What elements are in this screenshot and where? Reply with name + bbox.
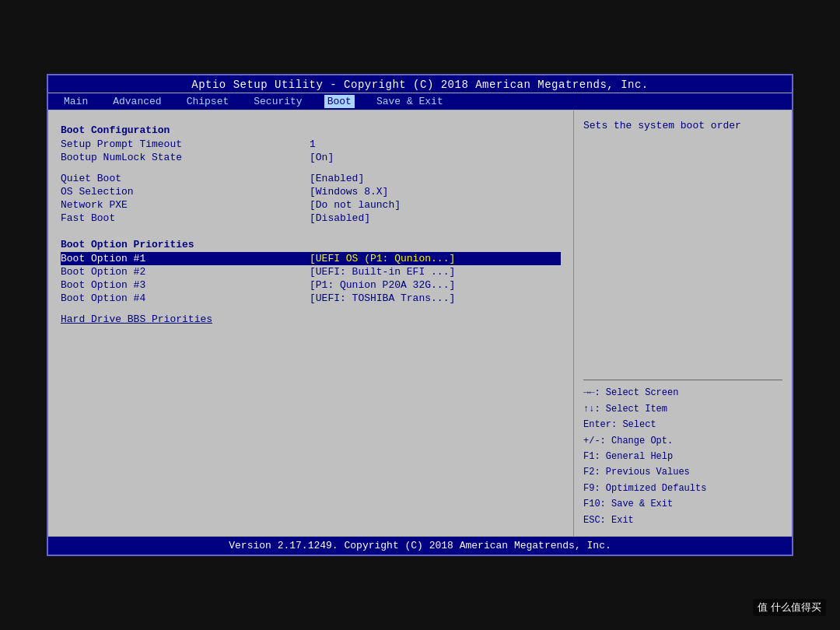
menu-item-advanced[interactable]: Advanced bbox=[110, 95, 164, 108]
help-text: Sets the system boot order bbox=[583, 118, 782, 375]
label-fast-boot: Fast Boot bbox=[61, 212, 310, 224]
label-os-selection: OS Selection bbox=[61, 186, 310, 198]
value-fast-boot: [Disabled] bbox=[310, 212, 370, 224]
key-hint: +/-: Change Opt. bbox=[583, 433, 782, 449]
value-boot-option-1: [UEFI OS (P1: Qunion...] bbox=[310, 253, 455, 264]
label-boot-option-2: Boot Option #2 bbox=[61, 266, 310, 278]
value-os-selection: [Windows 8.X] bbox=[310, 186, 388, 198]
bios-footer: Version 2.17.1249. Copyright (C) 2018 Am… bbox=[48, 536, 792, 555]
key-hint: F9: Optimized Defaults bbox=[583, 481, 782, 496]
bios-window: Aptio Setup Utility - Copyright (C) 2018… bbox=[47, 74, 793, 556]
label-boot-option-3: Boot Option #3 bbox=[61, 279, 310, 291]
key-hint: Enter: Select bbox=[583, 417, 782, 432]
key-legend: →←: Select Screen↑↓: Select ItemEnter: S… bbox=[583, 385, 782, 528]
bios-body: Boot Configuration Setup Prompt Timeout … bbox=[48, 110, 792, 536]
key-hint: →←: Select Screen bbox=[583, 385, 782, 401]
label-boot-option-4: Boot Option #4 bbox=[61, 292, 310, 304]
menu-item-security[interactable]: Security bbox=[250, 95, 305, 108]
key-hint: ↑↓: Select Item bbox=[583, 401, 782, 417]
value-bootup-numlock: [On] bbox=[310, 152, 334, 163]
menu-item-boot[interactable]: Boot bbox=[324, 95, 355, 108]
row-boot-option-1[interactable]: Boot Option #1 [UEFI OS (P1: Qunion...] bbox=[61, 252, 561, 265]
value-boot-option-3: [P1: Qunion P20A 32G...] bbox=[310, 279, 455, 291]
value-boot-option-2: [UEFI: Built-in EFI ...] bbox=[310, 266, 455, 278]
row-boot-option-4[interactable]: Boot Option #4 [UEFI: TOSHIBA Trans...] bbox=[61, 292, 561, 305]
label-bootup-numlock: Bootup NumLock State bbox=[61, 152, 310, 163]
value-quiet-boot: [Enabled] bbox=[310, 173, 364, 184]
menu-item-main[interactable]: Main bbox=[61, 95, 91, 108]
label-boot-option-1: Boot Option #1 bbox=[61, 253, 310, 264]
watermark: 值 什么值得买 bbox=[753, 599, 826, 616]
section-boot-priorities: Boot Option Priorities bbox=[61, 239, 561, 250]
row-network-pxe[interactable]: Network PXE [Do not launch] bbox=[61, 198, 561, 212]
key-hint: F1: General Help bbox=[583, 449, 782, 464]
section-boot-config: Boot Configuration bbox=[61, 124, 561, 136]
value-network-pxe: [Do not launch] bbox=[310, 199, 401, 211]
row-boot-option-2[interactable]: Boot Option #2 [UEFI: Built-in EFI ...] bbox=[61, 265, 561, 278]
value-setup-prompt-timeout: 1 bbox=[310, 138, 316, 150]
right-divider bbox=[583, 380, 782, 380]
menu-item-chipset[interactable]: Chipset bbox=[184, 95, 233, 108]
label-quiet-boot: Quiet Boot bbox=[61, 173, 310, 184]
row-boot-option-3[interactable]: Boot Option #3 [P1: Qunion P20A 32G...] bbox=[61, 278, 561, 292]
bios-right-panel: Sets the system boot order →←: Select Sc… bbox=[574, 110, 792, 536]
key-hint: F10: Save & Exit bbox=[583, 496, 782, 512]
row-bootup-numlock[interactable]: Bootup NumLock State [On] bbox=[61, 151, 561, 164]
row-hard-drive-bbs[interactable]: Hard Drive BBS Priorities bbox=[61, 313, 561, 326]
bios-left-panel: Boot Configuration Setup Prompt Timeout … bbox=[48, 110, 574, 536]
bios-title: Aptio Setup Utility - Copyright (C) 2018… bbox=[48, 75, 792, 93]
row-setup-prompt-timeout[interactable]: Setup Prompt Timeout 1 bbox=[61, 138, 561, 151]
bios-menu-bar: MainAdvancedChipsetSecurityBootSave & Ex… bbox=[48, 93, 792, 110]
link-hard-drive-bbs[interactable]: Hard Drive BBS Priorities bbox=[61, 313, 212, 325]
row-fast-boot[interactable]: Fast Boot [Disabled] bbox=[61, 212, 561, 225]
key-hint: F2: Previous Values bbox=[583, 464, 782, 480]
row-quiet-boot[interactable]: Quiet Boot [Enabled] bbox=[61, 172, 561, 185]
label-setup-prompt-timeout: Setup Prompt Timeout bbox=[61, 138, 310, 150]
label-network-pxe: Network PXE bbox=[61, 199, 310, 211]
value-boot-option-4: [UEFI: TOSHIBA Trans...] bbox=[310, 292, 455, 304]
row-os-selection[interactable]: OS Selection [Windows 8.X] bbox=[61, 185, 561, 198]
key-hint: ESC: Exit bbox=[583, 513, 782, 528]
menu-item-save_and_exit[interactable]: Save & Exit bbox=[373, 95, 446, 108]
